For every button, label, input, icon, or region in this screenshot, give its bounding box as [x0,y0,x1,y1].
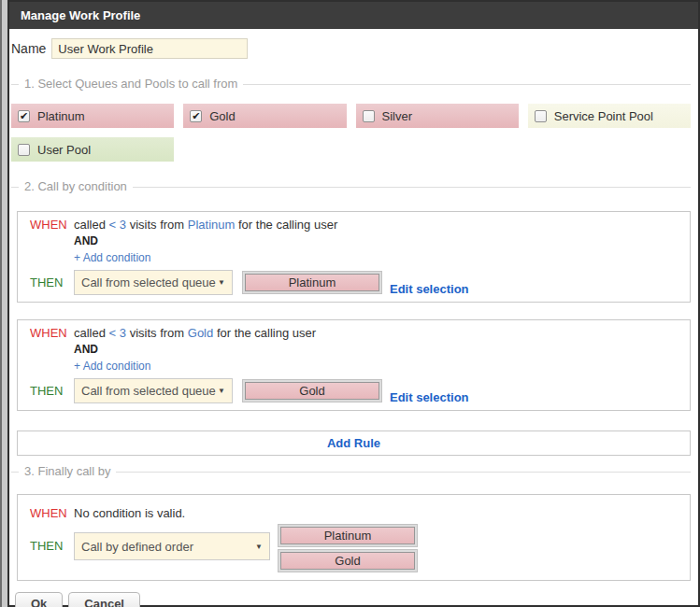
check-icon: ✔ [20,111,28,121]
manage-work-profile-dialog: Manage Work Profile Name 1. Select Queue… [7,0,700,607]
pool-label: User Pool [37,143,91,157]
name-row: Name [11,38,691,59]
checkbox-icon[interactable]: ✔ [18,144,30,156]
finally-action-select[interactable]: Call by defined order ▼ [74,532,270,560]
then-label: THEN [30,275,74,289]
page-background-edge [0,0,2,607]
dropdown-arrow-icon: ▼ [218,387,225,395]
section-conditions-legend: 2. Call by condition [19,179,133,193]
dialog-title: Manage Work Profile [9,2,698,29]
queue-label: Platinum [37,109,85,123]
action-select[interactable]: Call from selected queue ▼ [74,270,233,295]
cancel-button[interactable]: Cancel [68,592,140,607]
add-condition-line: + Add condition [74,251,680,264]
add-rule-button[interactable]: Add Rule [17,431,691,456]
checkbox-icon[interactable]: ✔ [535,110,547,122]
rule-box-platinum: WHEN called < 3 visits from Platinum for… [17,211,691,303]
dropdown-arrow-icon: ▼ [255,543,263,551]
order-queue-button-platinum[interactable]: Platinum [280,527,415,544]
order-queue-button-gold[interactable]: Gold [280,552,415,570]
then-row: THEN Call from selected queue ▼ Platinum… [30,269,680,296]
finally-box: WHEN No condition is valid. THEN Call by… [17,494,691,581]
section-queues: 1. Select Queues and Pools to call from … [11,84,691,162]
and-label: AND [74,234,680,247]
dialog-content: Name 1. Select Queues and Pools to call … [9,29,698,607]
finally-when-text: No condition is valid. [74,506,185,520]
when-label: WHEN [30,326,74,340]
add-condition-link[interactable]: + Add condition [74,251,150,264]
add-condition-link[interactable]: + Add condition [74,360,150,373]
when-row: WHEN No condition is valid. [30,506,680,520]
pool-grid: ✔ Platinum ✔ Gold ✔ Silver ✔ Service Poi… [11,104,691,162]
queue-button-frame: Gold [278,549,418,572]
when-label: WHEN [30,506,74,520]
queue-label: Silver [382,109,413,123]
queue-checkbox-silver[interactable]: ✔ Silver [356,104,519,128]
section-finally: 3. Finally call by WHEN No condition is … [11,472,691,581]
section-conditions: 2. Call by condition WHEN called < 3 vis… [11,187,691,456]
when-label: WHEN [30,218,74,232]
and-label: AND [74,343,680,356]
pool-checkbox-service-point[interactable]: ✔ Service Point Pool [528,104,691,128]
queue-checkbox-platinum[interactable]: ✔ Platinum [11,104,174,128]
condition-suffix: for the calling user [238,218,337,232]
selected-queue-button[interactable]: Gold [245,382,379,400]
condition-prefix: called [74,326,106,340]
queue-checkbox-gold[interactable]: ✔ Gold [183,104,346,128]
queue-button-frame: Gold [242,379,382,402]
then-label: THEN [30,539,74,553]
checkbox-icon[interactable]: ✔ [363,110,375,122]
name-label: Name [11,41,46,56]
add-condition-line: + Add condition [74,360,680,373]
edit-selection-link[interactable]: Edit selection [390,282,469,296]
finally-action-select-value: Call by defined order [81,540,193,554]
pool-label: Service Point Pool [554,109,653,123]
condition-middle: visits from [130,218,185,232]
ok-button[interactable]: Ok [15,592,63,607]
call-order-list: Platinum Gold [278,524,418,572]
rule-box-gold: WHEN called < 3 visits from Gold for the… [17,319,691,411]
edit-selection-link[interactable]: Edit selection [390,390,469,404]
queue-button-frame: Platinum [242,271,382,294]
then-label: THEN [30,384,74,398]
when-row: WHEN called < 3 visits from Platinum for… [30,218,680,232]
name-input[interactable] [51,38,248,59]
when-row: WHEN called < 3 visits from Gold for the… [30,326,680,340]
condition-sentence: called < 3 visits from Gold for the call… [74,326,316,340]
condition-sentence: called < 3 visits from Platinum for the … [74,218,337,232]
checkbox-icon[interactable]: ✔ [190,110,202,122]
section-finally-legend: 3. Finally call by [19,464,116,478]
condition-suffix: for the calling user [217,326,316,340]
operator-link[interactable]: < 3 [109,218,126,232]
dropdown-arrow-icon: ▼ [218,278,225,287]
section-queues-legend: 1. Select Queues and Pools to call from [19,77,243,91]
operator-link[interactable]: < 3 [109,326,126,340]
queue-link[interactable]: Gold [188,326,213,340]
checkbox-icon[interactable]: ✔ [18,110,30,122]
then-row: THEN Call from selected queue ▼ Gold Edi… [30,377,680,404]
action-select-value: Call from selected queue [81,384,216,398]
then-row: THEN Call by defined order ▼ Platinum Go… [30,526,680,572]
queue-link[interactable]: Platinum [188,218,236,232]
condition-middle: visits from [130,326,185,340]
condition-prefix: called [74,218,106,232]
action-select-value: Call from selected queue [81,275,216,289]
queue-label: Gold [209,109,235,123]
queue-button-frame: Platinum [278,524,418,547]
action-select[interactable]: Call from selected queue ▼ [74,378,233,403]
dialog-footer: Ok Cancel [15,592,691,607]
check-icon: ✔ [192,111,200,121]
pool-checkbox-user-pool[interactable]: ✔ User Pool [11,137,174,162]
selected-queue-button[interactable]: Platinum [245,274,379,291]
